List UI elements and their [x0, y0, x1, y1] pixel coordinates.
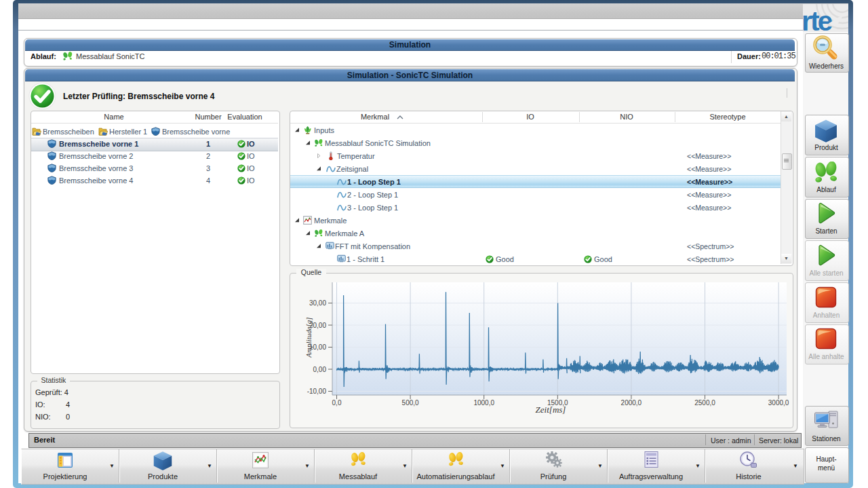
svg-text:rte: rte [803, 5, 833, 32]
